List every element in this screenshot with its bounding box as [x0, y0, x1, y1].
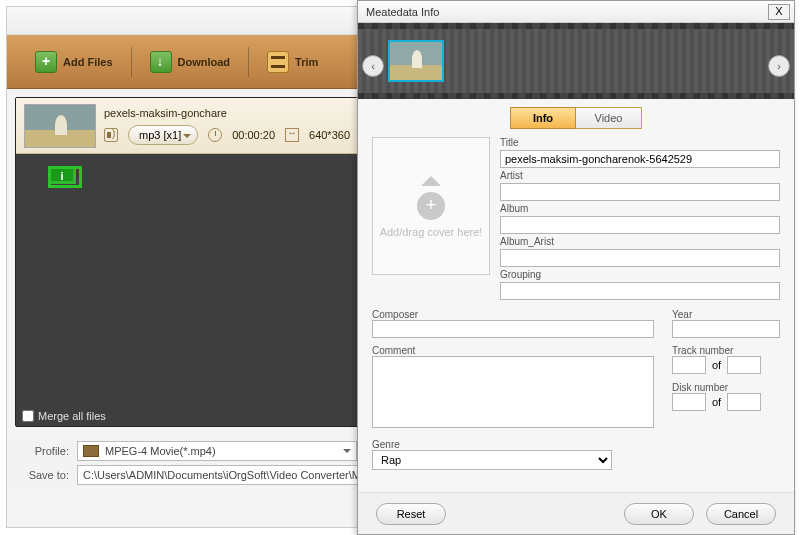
item-dimensions: 640*360: [309, 129, 350, 141]
add-files-button[interactable]: Add Files: [17, 42, 131, 82]
album-field[interactable]: [500, 216, 780, 234]
genre-select[interactable]: Rap: [372, 450, 612, 470]
label-comment: Comment: [372, 345, 415, 356]
merge-label: Merge all files: [38, 410, 106, 422]
album-artist-field[interactable]: [500, 249, 780, 267]
prev-button[interactable]: ‹: [362, 55, 384, 77]
disk-a-field[interactable]: [672, 393, 706, 411]
format-dropdown[interactable]: mp3 [x1]: [128, 125, 198, 145]
next-button[interactable]: ›: [768, 55, 790, 77]
info-button[interactable]: i: [48, 166, 76, 184]
grouping-field[interactable]: [500, 282, 780, 300]
label-album: Album: [500, 203, 780, 214]
dialog-title: Meatedata Info: [362, 6, 768, 18]
item-duration: 00:00:20: [232, 129, 275, 141]
saveto-value: C:\Users\ADMIN\Documents\iOrgSoft\Video …: [83, 469, 385, 481]
disk-number-group: of: [672, 393, 780, 411]
trim-button[interactable]: Trim: [249, 42, 336, 82]
movie-icon: [83, 445, 99, 457]
metadata-top: Add/drag cover here! Title Artist Album …: [372, 137, 780, 300]
plus-icon: [417, 192, 445, 220]
label-year: Year: [672, 309, 692, 320]
label-album-artist: Album_Arist: [500, 236, 780, 247]
tab-row: Info Video: [372, 107, 780, 129]
download-button[interactable]: Download: [132, 42, 249, 82]
saveto-label: Save to:: [17, 469, 69, 481]
cover-hint: Add/drag cover here!: [380, 226, 483, 238]
label-genre: Genre: [372, 439, 400, 450]
disk-b-field[interactable]: [727, 393, 761, 411]
track-number-group: of: [672, 356, 780, 374]
trim-icon: [267, 51, 289, 73]
close-button[interactable]: X: [768, 4, 790, 20]
profile-value: MPEG-4 Movie(*.mp4): [105, 445, 216, 457]
upload-icon: [421, 166, 441, 186]
trim-label: Trim: [295, 56, 318, 68]
label-disk-number: Disk number: [672, 382, 780, 393]
download-label: Download: [178, 56, 231, 68]
metadata-dialog: Meatedata Info X ‹ › Info Video Add/drag…: [357, 0, 795, 535]
reset-button[interactable]: Reset: [376, 503, 446, 525]
format-value: mp3 [x1]: [139, 129, 181, 141]
artist-field[interactable]: [500, 183, 780, 201]
label-track-number: Track number: [672, 345, 733, 356]
dialog-body: Info Video Add/drag cover here! Title Ar…: [358, 99, 794, 478]
year-field[interactable]: [672, 320, 780, 338]
label-title: Title: [500, 137, 780, 148]
merge-checkbox-input[interactable]: [22, 410, 34, 422]
clock-icon: [208, 128, 222, 142]
of-label: of: [712, 359, 721, 371]
merge-all-checkbox[interactable]: Merge all files: [22, 410, 106, 422]
label-grouping: Grouping: [500, 269, 780, 280]
cover-dropzone[interactable]: Add/drag cover here!: [372, 137, 490, 275]
primary-fields: Title Artist Album Album_Arist Grouping: [500, 137, 780, 300]
profile-label: Profile:: [17, 445, 69, 457]
dimensions-icon: [285, 128, 299, 142]
track-a-field[interactable]: [672, 356, 706, 374]
profile-dropdown[interactable]: MPEG-4 Movie(*.mp4): [77, 441, 357, 461]
title-field[interactable]: [500, 150, 780, 168]
dialog-footer: Reset OK Cancel: [358, 492, 794, 534]
tab-video[interactable]: Video: [576, 107, 642, 129]
add-files-label: Add Files: [63, 56, 113, 68]
filmstrip-thumb[interactable]: [388, 40, 444, 82]
filmstrip: ‹ ›: [358, 23, 794, 99]
sound-icon: [104, 128, 118, 142]
label-artist: Artist: [500, 170, 780, 181]
ok-button[interactable]: OK: [624, 503, 694, 525]
comment-field[interactable]: [372, 356, 654, 428]
add-files-icon: [35, 51, 57, 73]
label-composer: Composer: [372, 309, 418, 320]
genre-row: Genre Rap: [372, 438, 780, 470]
composer-field[interactable]: [372, 320, 654, 338]
tab-info[interactable]: Info: [510, 107, 576, 129]
download-icon: [150, 51, 172, 73]
dialog-header: Meatedata Info X: [358, 1, 794, 23]
of-label-2: of: [712, 396, 721, 408]
cancel-button[interactable]: Cancel: [706, 503, 776, 525]
track-b-field[interactable]: [727, 356, 761, 374]
metadata-grid: Composer Year Comment Track number: [372, 308, 780, 470]
item-thumbnail: [24, 104, 96, 148]
item-filename: pexels-maksim-gonchare: [104, 107, 350, 119]
